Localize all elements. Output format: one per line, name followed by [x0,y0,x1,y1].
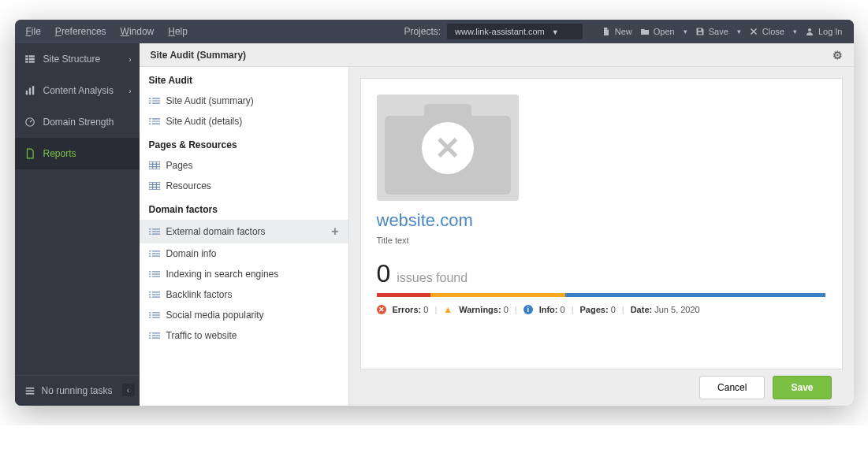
cat-site-audit-details[interactable]: Site Audit (details) [140,111,348,132]
preview-panel: ✕ website.com Title text 0 issues found … [360,78,843,369]
issues-label: issues found [397,271,468,285]
svg-rect-4 [28,55,34,57]
new-button[interactable]: New [602,27,632,36]
app-window: File Preferences Window Help Projects: w… [15,20,854,406]
list-icon [149,97,160,105]
chevron-down-icon: ▾ [684,28,687,35]
title-text: Title text [377,236,826,245]
sidebar-item-domain-strength[interactable]: Domain Strength [15,106,140,138]
tasks-status: No running tasks ‹ [15,375,140,406]
svg-rect-26 [149,161,160,169]
sidebar-item-site-structure[interactable]: Site Structure › [15,43,140,75]
sidebar: Site Structure › Content Analysis › Doma… [15,43,140,406]
svg-rect-7 [25,91,27,95]
svg-point-0 [808,28,811,32]
list-icon [149,228,160,236]
menubar: File Preferences Window Help Projects: w… [15,20,854,43]
site-name: website.com [377,210,826,231]
chart-icon [24,85,35,96]
svg-rect-6 [28,61,34,62]
group-domain-factors: Domain factors [140,196,348,220]
list-icon [149,117,160,125]
error-icon: ✕ [377,305,386,314]
menu-file[interactable]: File [26,26,41,37]
svg-rect-2 [25,58,28,60]
grid-icon [149,182,160,190]
svg-rect-3 [25,61,28,62]
list-icon [149,250,160,258]
footer: Cancel Save [360,369,843,406]
list-icon [149,311,160,319]
cat-site-audit-summary[interactable]: Site Audit (summary) [140,91,348,111]
svg-rect-9 [32,86,33,95]
preview-wrap: ✕ website.com Title text 0 issues found … [349,67,854,406]
group-pages-resources: Pages & Resources [140,132,348,155]
cat-domain-info[interactable]: Domain info [140,243,348,264]
tasks-icon [24,385,35,396]
svg-rect-13 [25,393,34,395]
list-icon [149,291,160,299]
categories-list: Site Audit Site Audit (summary) Site Aud… [140,67,349,406]
sidebar-item-reports[interactable]: Reports [15,138,140,169]
page-title: Site Audit (Summary) [151,50,247,61]
menu-preferences[interactable]: Preferences [55,26,106,37]
open-button[interactable]: Open ▾ [640,27,687,36]
structure-icon [24,54,35,65]
gauge-icon [24,117,35,128]
save-button[interactable]: Save ▾ [695,27,741,36]
cat-pages[interactable]: Pages [140,155,348,176]
svg-rect-1 [25,55,28,57]
svg-rect-8 [28,88,30,95]
gear-icon[interactable]: ⚙ [833,49,843,61]
folder-open-icon [640,27,650,36]
menu-window[interactable]: Window [121,26,155,37]
menu-help[interactable]: Help [168,26,188,37]
plus-icon[interactable]: + [331,224,338,239]
svg-rect-11 [25,388,34,389]
chevron-down-icon: ▾ [737,28,741,35]
cat-backlink-factors[interactable]: Backlink factors [140,284,348,305]
cat-resources[interactable]: Resources [140,176,348,196]
issues-count: 0 [377,259,391,288]
report-icon [24,148,35,159]
sidebar-item-content-analysis[interactable]: Content Analysis › [15,75,140,106]
chevron-right-icon: › [129,55,131,64]
user-icon [805,27,814,36]
no-image-icon: ✕ [434,130,461,166]
group-site-audit: Site Audit [140,67,348,91]
warning-icon: ▲ [443,305,453,314]
chevron-down-icon: ▼ [552,28,559,36]
info-icon: i [523,305,533,314]
main-header: Site Audit (Summary) ⚙ [140,43,854,67]
list-icon [149,270,160,278]
list-icon [149,332,160,340]
projects-label: Projects: [404,26,441,37]
main-panel: Site Audit (Summary) ⚙ Site Audit Site A… [140,43,854,406]
cat-traffic[interactable]: Traffic to website [140,325,348,346]
chevron-down-icon: ▾ [793,28,797,35]
cat-indexing[interactable]: Indexing in search engines [140,264,348,284]
login-button[interactable]: Log In [805,27,843,36]
cat-social-media[interactable]: Social media popularity [140,305,348,325]
svg-rect-31 [149,182,160,189]
project-dropdown[interactable]: www.link-assistant.com ▼ [447,24,583,39]
issues-bar [377,293,826,297]
save-icon [695,27,705,36]
close-button[interactable]: Close ▾ [749,27,797,36]
cancel-button[interactable]: Cancel [699,376,765,399]
cat-external-domain-factors[interactable]: External domain factors + [140,220,348,243]
site-thumbnail: ✕ [377,95,519,201]
file-icon [602,27,611,36]
stats-row: ✕ Errors: 0 | ▲ Warnings: 0 | i Info: 0 … [377,305,826,314]
grid-icon [149,161,160,169]
close-icon [749,27,758,36]
svg-rect-5 [28,58,34,60]
svg-rect-12 [25,390,34,391]
save-button[interactable]: Save [773,376,831,399]
collapse-button[interactable]: ‹ [122,384,135,396]
chevron-right-icon: › [129,87,131,95]
